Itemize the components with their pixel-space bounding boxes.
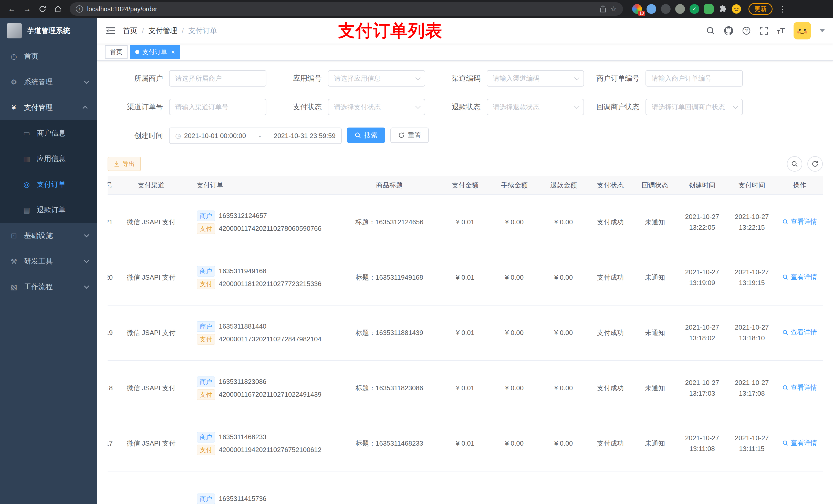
column-header-actions: 操作 bbox=[777, 176, 823, 194]
channel-transaction-no: 4200001174202110278060590766 bbox=[219, 223, 322, 234]
chevron-down-icon bbox=[415, 104, 421, 109]
channel-transaction-no: 4200001194202110276752100612 bbox=[219, 445, 322, 455]
browser-forward-button[interactable]: → bbox=[21, 2, 34, 16]
view-detail-label: 查看详情 bbox=[790, 272, 817, 283]
refresh-table-button[interactable] bbox=[807, 156, 823, 172]
channel-code-filter-select[interactable]: 请输入渠道编码 bbox=[487, 70, 584, 87]
search-button[interactable]: 搜索 bbox=[347, 127, 385, 143]
create-time-range-picker[interactable]: ◷ 2021-10-01 00:00:00 - 2021-10-31 23:59… bbox=[169, 127, 342, 144]
reset-button[interactable]: 重置 bbox=[390, 127, 429, 143]
sidebar: 芋道管理系统 ◷ 首页 ⚙ 系统管理 ¥ 支付管理 ▭ 商户信息 bbox=[0, 18, 97, 504]
sidebar-item-payment[interactable]: ¥ 支付管理 bbox=[0, 95, 97, 120]
pay-channel-cell: 微信 JSAPI 支付 bbox=[118, 379, 185, 398]
search-icon[interactable] bbox=[706, 26, 715, 35]
view-detail-label: 查看详情 bbox=[790, 438, 817, 449]
sidebar-item-infrastructure[interactable]: ⊡ 基础设施 bbox=[0, 223, 97, 248]
merchant-order-no: 1635311949168 bbox=[219, 266, 266, 277]
view-detail-button[interactable]: 查看详情 bbox=[782, 272, 817, 283]
pay-time-cell: 2021-10-27 13:18:10 bbox=[727, 318, 777, 347]
bookmark-star-icon[interactable]: ☆ bbox=[611, 5, 617, 13]
hamburger-icon[interactable] bbox=[105, 27, 115, 35]
table-toolbar: 导出 bbox=[97, 156, 833, 172]
create-time-cell: 2021-10-27 13:18:02 bbox=[677, 318, 727, 347]
sidebar-item-system[interactable]: ⚙ 系统管理 bbox=[0, 69, 97, 95]
toggle-search-button[interactable] bbox=[787, 156, 802, 172]
sidebar-item-workflow[interactable]: ▧ 工作流程 bbox=[0, 274, 97, 299]
font-size-icon[interactable]: TT bbox=[777, 26, 785, 35]
breadcrumb-payment[interactable]: 支付管理 bbox=[148, 26, 177, 35]
fullscreen-icon[interactable] bbox=[760, 26, 768, 35]
table-row: 18 微信 JSAPI 支付 商户 1635311823086 支付 42000… bbox=[108, 361, 823, 416]
sidebar-item-home[interactable]: ◷ 首页 bbox=[0, 44, 97, 69]
briefcase-icon: ▧ bbox=[10, 283, 18, 291]
refund-status-filter-label: 退款状态 bbox=[425, 102, 487, 112]
channel-order-no-filter-input[interactable]: 请输入渠道订单号 bbox=[169, 99, 266, 115]
pay-time-cell: 2021-10-27 13:22:15 bbox=[727, 208, 777, 237]
extensions-puzzle-icon[interactable] bbox=[718, 5, 727, 13]
sidebar-item-merchant-info[interactable]: ▭ 商户信息 bbox=[0, 120, 97, 146]
table-row: 商户 1635311415736 支付 查看详情 bbox=[108, 472, 823, 504]
tab-pay-order[interactable]: 支付订单 × bbox=[130, 45, 180, 58]
merchant-filter-input[interactable]: 请选择所属商户 bbox=[169, 70, 266, 87]
pay-order-cell: 商户 1635311823086 支付 42000011672021102710… bbox=[185, 370, 338, 406]
sidebar-item-app-info[interactable]: ▦ 应用信息 bbox=[0, 146, 97, 172]
chevron-down-icon bbox=[84, 258, 89, 263]
share-icon[interactable] bbox=[600, 5, 606, 13]
extension-icon-colorful[interactable]: 10 bbox=[632, 4, 642, 14]
export-button[interactable]: 导出 bbox=[108, 157, 141, 171]
extension-icon-green-check[interactable]: ✓ bbox=[690, 4, 699, 14]
pay-amount-cell: ¥ 0.01 bbox=[441, 379, 490, 398]
view-detail-button[interactable]: 查看详情 bbox=[782, 382, 817, 393]
browser-back-button[interactable]: ← bbox=[5, 2, 19, 16]
breadcrumb-home[interactable]: 首页 bbox=[123, 26, 137, 35]
placeholder-text: 请选择退款状态 bbox=[493, 103, 571, 112]
tags-view-bar: 首页 支付订单 × bbox=[97, 44, 833, 61]
fee-amount-cell bbox=[490, 495, 539, 503]
browser-reload-button[interactable] bbox=[36, 2, 49, 16]
extension-icon-dark[interactable] bbox=[661, 4, 671, 14]
actions-cell: 查看详情 bbox=[777, 268, 823, 287]
browser-menu-icon[interactable]: ⋮ bbox=[779, 5, 786, 14]
merchant-order-no: 1635311468233 bbox=[219, 432, 266, 442]
gear-icon: ⚙ bbox=[10, 78, 18, 86]
pay-order-line: 支付 4200001167202110271022491439 bbox=[197, 389, 335, 400]
avatar-caret-icon[interactable] bbox=[820, 29, 825, 32]
fee-amount-cell: ¥ 0.00 bbox=[490, 268, 539, 287]
merchant-order-no-filter-input[interactable]: 请输入商户订单编号 bbox=[645, 70, 743, 87]
notify-status-filter-select[interactable]: 请选择订单回调商户状态 bbox=[645, 99, 743, 115]
sidebar-item-refund-order[interactable]: ▤ 退款订单 bbox=[0, 197, 97, 223]
order-id-cell: 19 bbox=[108, 323, 118, 342]
extension-icon-green-chat[interactable] bbox=[704, 4, 714, 14]
sidebar-item-label: 系统管理 bbox=[24, 77, 53, 87]
user-avatar[interactable] bbox=[793, 22, 811, 40]
github-icon[interactable] bbox=[723, 26, 733, 35]
browser-profile-avatar[interactable] bbox=[732, 4, 741, 14]
actions-cell: 查看详情 bbox=[777, 495, 823, 503]
browser-update-button[interactable]: 更新 bbox=[748, 3, 772, 15]
pay-status-filter-select[interactable]: 请选择支付状态 bbox=[328, 99, 425, 115]
view-detail-button[interactable]: 查看详情 bbox=[782, 438, 817, 449]
browser-home-button[interactable] bbox=[51, 2, 65, 16]
product-title-cell: 标题：1635311823086 bbox=[338, 379, 441, 398]
search-icon bbox=[355, 132, 361, 139]
app-id-filter-select[interactable]: 请选择应用信息 bbox=[328, 70, 425, 87]
sidebar-item-dev-tools[interactable]: ⚒ 研发工具 bbox=[0, 248, 97, 274]
extension-icon-gray[interactable] bbox=[675, 4, 685, 14]
view-detail-button[interactable]: 查看详情 bbox=[782, 327, 817, 338]
close-icon[interactable]: × bbox=[171, 49, 175, 55]
site-info-icon[interactable]: i bbox=[76, 5, 83, 13]
sidebar-item-pay-order[interactable]: ◎ 支付订单 bbox=[0, 172, 97, 197]
tab-home[interactable]: 首页 bbox=[105, 45, 127, 58]
view-detail-button[interactable]: 查看详情 bbox=[782, 216, 817, 227]
help-icon[interactable]: ? bbox=[742, 26, 751, 35]
channel-transaction-no: 4200001167202110271022491439 bbox=[219, 389, 322, 400]
page-content: 所属商户 请选择所属商户 应用编号 请选择应用信息 渠道编码 bbox=[97, 61, 833, 504]
notify-status-cell: 未通知 bbox=[633, 268, 677, 287]
actions-cell: 查看详情 bbox=[777, 378, 823, 398]
refund-status-filter-select[interactable]: 请选择退款状态 bbox=[487, 99, 584, 115]
extension-icon-blue[interactable] bbox=[646, 4, 656, 14]
table-header-row: 编号 支付渠道 支付订单 商品标题 支付金额 手续金额 退款金额 支付状态 回调… bbox=[108, 176, 823, 195]
breadcrumb-separator: / bbox=[182, 27, 184, 35]
address-bar[interactable]: i localhost:1024/pay/order ☆ bbox=[70, 2, 623, 16]
tab-label: 支付订单 bbox=[142, 48, 167, 56]
